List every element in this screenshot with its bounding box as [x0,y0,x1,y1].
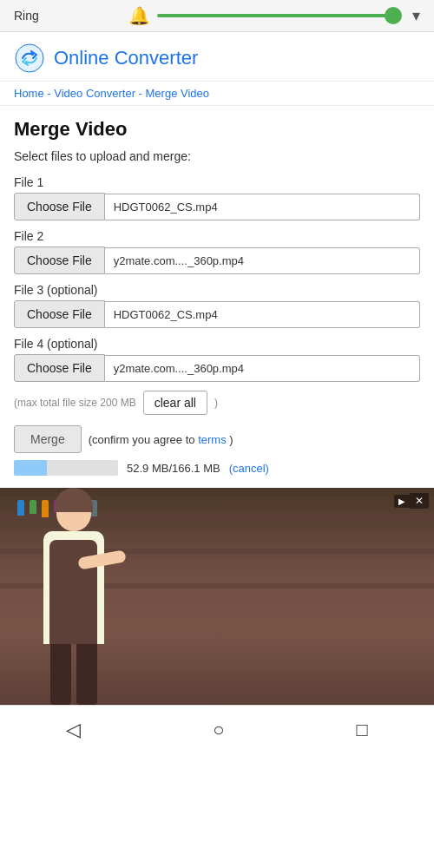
ad-close-button[interactable]: ✕ [410,493,429,509]
file-input-row-3: Choose FileHDGT0062_CS.mp4 [14,300,420,328]
file-row-4: File 4 (optional)Choose Filey2mate.com..… [14,337,420,382]
file-label-4: File 4 (optional) [14,337,420,351]
status-bar-right: 🔔 ▾ [128,5,420,26]
merge-note: (confirm you agree to terms ) [89,433,233,446]
page-title: Merge Video [14,118,420,141]
file-label-1: File 1 [14,175,420,189]
bottom-nav: ◁ ○ □ [0,705,434,753]
file-name-display-3: HDGT0062_CS.mp4 [105,301,420,328]
slider-thumb [385,7,402,24]
volume-slider[interactable] [157,14,400,17]
choose-file-button-4[interactable]: Choose File [14,354,105,382]
svg-point-0 [16,44,43,72]
clear-all-button[interactable]: clear all [143,391,207,415]
back-button[interactable]: ◁ [45,713,102,746]
file-row-2: File 2Choose Filey2mate.com...._360p.mp4 [14,229,420,274]
slider-track [157,14,400,17]
breadcrumb-video-converter[interactable]: Video Converter [54,87,135,100]
recents-button[interactable]: □ [336,713,389,746]
bell-icon: 🔔 [128,5,150,26]
page-subtitle: Select files to upload and merge: [14,149,420,163]
choose-file-button-3[interactable]: Choose File [14,300,105,328]
file-label-2: File 2 [14,229,420,243]
cafe-scene [0,488,434,705]
recents-icon: □ [357,719,368,741]
file-row-1: File 1Choose FileHDGT0062_CS.mp4 [14,175,420,220]
file-input-row-4: Choose Filey2mate.com...._360p.mp4 [14,354,420,382]
file-input-row-1: Choose FileHDGT0062_CS.mp4 [14,193,420,220]
cancel-link[interactable]: (cancel) [229,462,269,475]
progress-bar-fill [14,460,47,476]
file-rows-container: File 1Choose FileHDGT0062_CS.mp4File 2Ch… [14,175,420,382]
status-bar: Ring 🔔 ▾ [0,0,434,32]
main-content: Merge Video Select files to upload and m… [0,106,434,488]
merge-button[interactable]: Merge [14,425,82,453]
ad-controls: ▶ ✕ [394,493,429,509]
file-row-3: File 3 (optional)Choose FileHDGT0062_CS.… [14,283,420,328]
breadcrumb-merge-video[interactable]: Merge Video [146,87,209,100]
progress-text: 52.9 MB/166.1 MB [127,462,220,475]
breadcrumb: Home - Video Converter - Merge Video [0,82,434,106]
breadcrumb-sep2: - [135,87,146,100]
progress-row: 52.9 MB/166.1 MB (cancel) [14,460,420,476]
choose-file-button-1[interactable]: Choose File [14,193,105,220]
file-input-row-2: Choose Filey2mate.com...._360p.mp4 [14,247,420,274]
merge-row: Merge (confirm you agree to terms ) [14,425,420,453]
progress-bar-container [14,460,118,476]
app-header: Online Converter [0,32,434,82]
ad-label: ▶ [394,495,410,508]
breadcrumb-sep1: - [44,87,55,100]
file-label-3: File 3 (optional) [14,283,420,297]
chevron-down-icon[interactable]: ▾ [412,6,420,25]
max-size-text: (max total file size 200 MB [14,397,136,409]
file-name-display-4: y2mate.com...._360p.mp4 [105,355,420,382]
app-title-text: Online Converter [54,47,198,69]
home-icon: ○ [213,719,224,741]
controls-row: (max total file size 200 MB clear all ) [14,391,420,415]
file-name-display-1: HDGT0062_CS.mp4 [105,194,420,220]
close-paren: ) [214,397,218,409]
file-name-display-2: y2mate.com...._360p.mp4 [105,247,420,274]
breadcrumb-home[interactable]: Home [14,87,44,100]
home-button[interactable]: ○ [192,713,245,746]
back-icon: ◁ [66,719,81,741]
status-bar-title: Ring [14,9,39,23]
choose-file-button-2[interactable]: Choose File [14,247,105,274]
logo-icon [14,43,45,74]
terms-link[interactable]: terms [198,433,227,446]
ad-banner: ▶ ✕ [0,488,434,705]
